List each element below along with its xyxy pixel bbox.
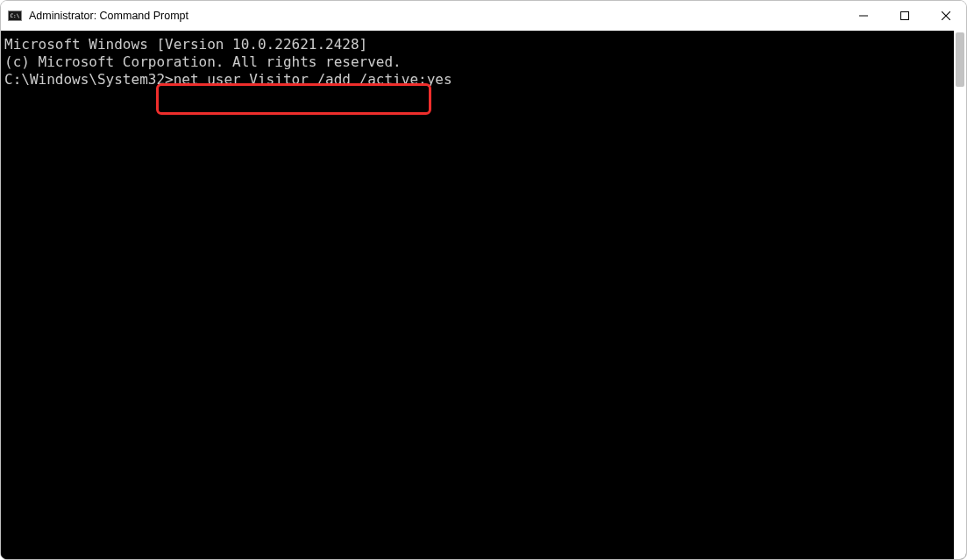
console-area[interactable]: Microsoft Windows [Version 10.0.22621.24… xyxy=(1,31,954,559)
window-title: Administrator: Command Prompt xyxy=(29,10,188,22)
svg-rect-3 xyxy=(900,12,908,20)
maximize-button[interactable] xyxy=(884,1,925,31)
prompt-path: C:\Windows\System32> xyxy=(4,71,174,89)
console-wrapper: Microsoft Windows [Version 10.0.22621.24… xyxy=(1,31,966,559)
vertical-scrollbar[interactable] xyxy=(954,31,966,559)
app-window: C:\ Administrator: Command Prompt Micros… xyxy=(0,0,967,560)
svg-text:C:\: C:\ xyxy=(11,12,20,18)
console-line-copyright: (c) Microsoft Corporation. All rights re… xyxy=(4,53,954,71)
cmd-icon: C:\ xyxy=(8,9,22,23)
console-line-version: Microsoft Windows [Version 10.0.22621.24… xyxy=(4,36,954,53)
close-button[interactable] xyxy=(925,1,966,31)
scrollbar-thumb[interactable] xyxy=(956,32,964,87)
titlebar[interactable]: C:\ Administrator: Command Prompt xyxy=(1,1,966,31)
console-prompt-line: C:\Windows\System32>net user Visitor /ad… xyxy=(4,71,954,89)
titlebar-left: C:\ Administrator: Command Prompt xyxy=(8,9,188,23)
minimize-button[interactable] xyxy=(843,1,884,31)
entered-command: net user Visitor /add /active:yes xyxy=(174,71,452,89)
window-controls xyxy=(843,1,966,31)
